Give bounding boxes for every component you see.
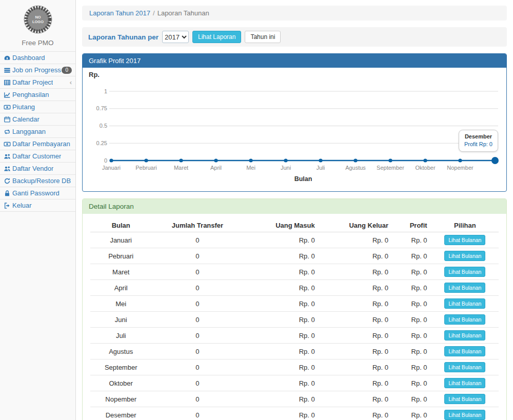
cell-pilihan: Lihat Bulanan xyxy=(431,264,499,280)
lihat-bulanan-button[interactable]: Lihat Bulanan xyxy=(444,298,485,309)
chart-point-juni[interactable] xyxy=(284,158,287,162)
cell-profit: Rp. 0 xyxy=(392,391,431,407)
table-row-april: April0Rp. 0Rp. 0Rp. 0Lihat Bulanan xyxy=(90,280,499,296)
users-icon xyxy=(4,165,12,172)
sidebar-item-backup-restore-db[interactable]: Backup/Restore DB xyxy=(0,175,75,187)
column-header-profit: Profit xyxy=(392,219,431,232)
x-tick-label: Juni xyxy=(281,165,291,171)
y-tick-label: 0.25 xyxy=(96,140,107,146)
sidebar-nav: DashboardJob on Progress0Daftar Project‹… xyxy=(0,51,75,212)
table-row-oktober: Oktober0Rp. 0Rp. 0Rp. 0Lihat Bulanan xyxy=(90,375,499,391)
chart-y-axis-label: Rp. xyxy=(87,71,502,79)
sidebar-item-langganan[interactable]: Langganan xyxy=(0,126,75,138)
chart-point-oktober[interactable] xyxy=(423,158,427,162)
sidebar-item-label: Job on Progress xyxy=(12,66,61,74)
cell-uang_keluar: Rp. 0 xyxy=(319,344,392,359)
sidebar-item-daftar-project[interactable]: Daftar Project‹ xyxy=(0,76,75,89)
sidebar-item-label: Keluar xyxy=(12,202,32,209)
job-count-badge: 0 xyxy=(62,67,72,74)
svg-text:LOGO: LOGO xyxy=(32,19,43,24)
cell-bulan: Pebruari xyxy=(90,248,151,264)
sidebar-item-label: Piutang xyxy=(12,103,35,111)
retweet-icon xyxy=(4,128,12,135)
filter-label: Laporan Tahunan per xyxy=(88,33,159,41)
cell-bulan: Juni xyxy=(90,312,151,328)
money-icon xyxy=(4,103,12,111)
cell-bulan: April xyxy=(90,280,151,296)
breadcrumb-current: Laporan Tahunan xyxy=(157,9,209,17)
cell-uang_masuk: Rp. 0 xyxy=(243,264,319,280)
cell-uang_keluar: Rp. 0 xyxy=(319,264,392,280)
lihat-bulanan-button[interactable]: Lihat Bulanan xyxy=(444,330,485,341)
chart-point-juli[interactable] xyxy=(319,158,322,162)
sidebar-item-daftar-vendor[interactable]: Daftar Vendor xyxy=(0,163,75,175)
table-row-juli: Juli0Rp. 0Rp. 0Rp. 0Lihat Bulanan xyxy=(90,328,499,344)
lihat-bulanan-button[interactable]: Lihat Bulanan xyxy=(444,235,485,245)
sidebar-item-dashboard[interactable]: Dashboard xyxy=(0,52,75,64)
lihat-bulanan-button[interactable]: Lihat Bulanan xyxy=(444,267,485,277)
sidebar-item-label: Backup/Restore DB xyxy=(12,177,71,185)
cell-uang_keluar: Rp. 0 xyxy=(319,280,392,296)
profit-chart-panel: Grafik Profit 2017 Rp. 10.750.50.250Janu… xyxy=(82,53,507,192)
cell-uang_keluar: Rp. 0 xyxy=(319,312,392,328)
lihat-bulanan-button[interactable]: Lihat Bulanan xyxy=(444,251,485,261)
chart-point-april[interactable] xyxy=(214,158,218,162)
sidebar-item-piutang[interactable]: Piutang xyxy=(0,101,75,113)
cell-uang_keluar: Rp. 0 xyxy=(319,359,392,375)
chart-point-mei[interactable] xyxy=(249,158,252,162)
cell-profit: Rp. 0 xyxy=(392,280,431,296)
lihat-bulanan-button[interactable]: Lihat Bulanan xyxy=(444,283,485,293)
refresh-icon xyxy=(4,177,12,185)
sidebar-item-calendar[interactable]: Calendar xyxy=(0,113,75,126)
calendar-icon xyxy=(4,115,12,123)
logo-area: NO LOGO Free PMO xyxy=(0,0,75,51)
chart-point-september[interactable] xyxy=(388,158,392,162)
profit-line-chart: 10.750.50.250JanuariPebruariMaretAprilMe… xyxy=(87,79,502,187)
lihat-bulanan-button[interactable]: Lihat Bulanan xyxy=(444,346,485,356)
cell-uang_masuk: Rp. 0 xyxy=(243,296,319,312)
year-select[interactable]: 2017 xyxy=(162,31,189,43)
cell-jumlah_transfer: 0 xyxy=(151,312,243,328)
table-row-desember: Desember0Rp. 0Rp. 0Rp. 0Lihat Bulanan xyxy=(90,407,499,420)
column-header-jumlah-transfer: Jumlah Transfer xyxy=(151,219,243,232)
cell-jumlah_transfer: 0 xyxy=(151,264,243,280)
brand-name: Free PMO xyxy=(0,39,75,47)
chart-point-desember[interactable] xyxy=(491,157,499,164)
sidebar-item-penghasilan[interactable]: Penghasilan xyxy=(0,89,75,101)
cell-profit: Rp. 0 xyxy=(392,248,431,264)
cell-bulan: Desember xyxy=(90,407,151,420)
table-row-maret: Maret0Rp. 0Rp. 0Rp. 0Lihat Bulanan xyxy=(90,264,499,280)
cell-pilihan: Lihat Bulanan xyxy=(431,407,499,420)
lihat-bulanan-button[interactable]: Lihat Bulanan xyxy=(444,362,485,372)
sidebar-item-job-on-progress[interactable]: Job on Progress0 xyxy=(0,64,75,76)
breadcrumb-link-laporan-tahun[interactable]: Laporan Tahun 2017 xyxy=(89,9,150,17)
cell-bulan: Mei xyxy=(90,296,151,312)
chart-point-maret[interactable] xyxy=(179,158,183,162)
cell-pilihan: Lihat Bulanan xyxy=(431,280,499,296)
table-header-row: Bulan Jumlah Transfer Uang Masuk Uang Ke… xyxy=(90,219,499,232)
lihat-bulanan-button[interactable]: Lihat Bulanan xyxy=(444,378,485,388)
y-tick-label: 1 xyxy=(104,88,107,94)
sidebar-item-ganti-password[interactable]: Ganti Password xyxy=(0,187,75,199)
detail-panel-body: Bulan Jumlah Transfer Uang Masuk Uang Ke… xyxy=(83,214,506,420)
sidebar-item-daftar-customer[interactable]: Daftar Customer xyxy=(0,150,75,163)
cell-profit: Rp. 0 xyxy=(392,359,431,375)
tahun-ini-button[interactable]: Tahun ini xyxy=(245,31,281,43)
lihat-bulanan-button[interactable]: Lihat Bulanan xyxy=(444,314,485,325)
sidebar-item-label: Daftar Customer xyxy=(12,152,61,160)
chart-point-pebruari[interactable] xyxy=(144,158,148,162)
sidebar-item-daftar-pembayaran[interactable]: Daftar Pembayaran xyxy=(0,138,75,150)
cell-uang_masuk: Rp. 0 xyxy=(243,359,319,375)
lihat-bulanan-button[interactable]: Lihat Bulanan xyxy=(444,410,485,420)
x-tick-label: Januari xyxy=(102,165,121,171)
chart-point-januari[interactable] xyxy=(109,158,113,162)
sidebar-item-keluar[interactable]: Keluar xyxy=(0,199,75,212)
chart-point-agustus[interactable] xyxy=(353,158,357,162)
lihat-laporan-button[interactable]: Lihat Laporan xyxy=(192,31,241,43)
lihat-bulanan-button[interactable]: Lihat Bulanan xyxy=(444,394,485,404)
x-tick-label: Nopember xyxy=(447,165,473,171)
cell-profit: Rp. 0 xyxy=(392,264,431,280)
cell-profit: Rp. 0 xyxy=(392,328,431,344)
cell-profit: Rp. 0 xyxy=(392,407,431,420)
chart-point-nopember[interactable] xyxy=(458,158,462,162)
